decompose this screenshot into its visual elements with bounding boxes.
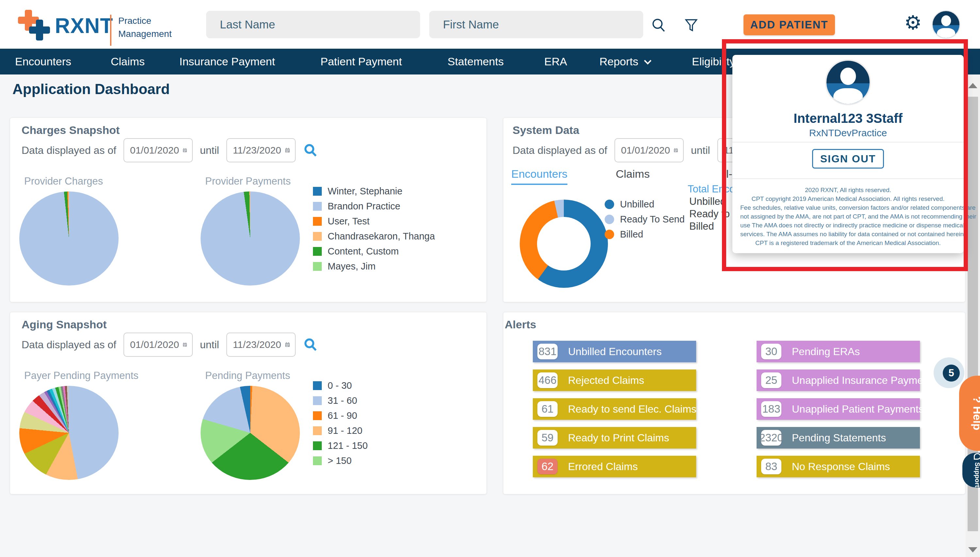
alert-label: Unbilled Encounters (568, 345, 661, 358)
calendar-icon (673, 146, 679, 155)
tab-claims[interactable]: Claims (616, 168, 650, 180)
nav-item-insurance-payment[interactable]: Insurance Payment (179, 49, 275, 75)
totals-row-billed: Billed (689, 220, 714, 232)
legend-swatch (605, 230, 614, 239)
legend-item: 61 - 90 (313, 410, 368, 421)
until-label: until (200, 144, 219, 156)
until-label: until (691, 144, 710, 156)
alert-label: Ready to send Elec. Claims (568, 403, 697, 415)
alert-label: No Response Claims (792, 461, 890, 473)
alerts-right-column: 30Pending ERAs25Unapplied Insurance Paym… (757, 341, 920, 484)
fine-print-line: Fee schedules, relative value units, con… (740, 203, 956, 212)
alert-label: Unapplied Patient Payments (792, 403, 924, 415)
tab-encounters[interactable]: Encounters (511, 168, 567, 185)
nav-item-patient-payment[interactable]: Patient Payment (321, 49, 402, 75)
pending-payments-pie (200, 386, 300, 480)
alert-bar-pending-statements[interactable]: 2320Pending Statements (757, 427, 920, 448)
alert-bar-no-response-claims[interactable]: 83No Response Claims (757, 456, 920, 477)
alert-bar-unbilled-encounters[interactable]: 831Unbilled Encounters (533, 341, 696, 362)
help-tab[interactable]: ? Help (959, 376, 980, 451)
provider-charges-subtitle: Provider Charges (24, 176, 103, 187)
alert-bar-ready-to-print-claims[interactable]: 59Ready to Print Claims (533, 427, 696, 448)
system-data-title: System Data (513, 124, 579, 137)
scroll-down-arrow[interactable] (968, 547, 977, 552)
chevron-down-icon (644, 57, 652, 64)
date-from-input[interactable]: 01/01/2020 (124, 332, 193, 357)
payer-pending-pie (19, 386, 119, 480)
add-patient-button[interactable]: ADD PATIENT (744, 15, 835, 35)
user-name: Internal123 3Staff (733, 111, 964, 126)
legend-swatch (313, 396, 322, 405)
legend-item: Mayes, Jim (313, 261, 435, 272)
legend-item: Brandon Practice (313, 201, 435, 212)
search-icon[interactable] (651, 17, 667, 33)
user-avatar-large (825, 59, 871, 105)
nav-item-statements[interactable]: Statements (448, 49, 504, 75)
legend-label: Content, Custom (328, 246, 399, 257)
legend-swatch (313, 202, 322, 211)
legend-item: 31 - 60 (313, 395, 368, 406)
provider-payments-pie (200, 191, 300, 285)
nav-item-reports[interactable]: Reports (599, 49, 650, 75)
charges-snapshot-title: Charges Snapshot (21, 124, 120, 137)
alert-bar-rejected-claims[interactable]: 466Rejected Claims (533, 370, 696, 391)
legend-label: Mayes, Jim (328, 261, 376, 272)
legend-swatch (313, 232, 322, 241)
donut-hole (537, 217, 591, 270)
alert-count-badge: 2320 (761, 430, 781, 446)
alert-bar-unapplied-patient-payments[interactable]: 183Unapplied Patient Payments (757, 398, 920, 420)
last-name-input[interactable]: Last Name (206, 11, 420, 38)
filter-icon[interactable] (684, 18, 698, 33)
user-avatar[interactable] (932, 10, 960, 39)
provider-payments-subtitle: Provider Payments (205, 176, 291, 187)
fine-print-line: 2020 RXNT, All rights reserved. (740, 186, 956, 194)
legend-label: Winter, Stephanie (328, 186, 402, 197)
support-tab[interactable]: Support (962, 453, 980, 487)
legend-item: 121 - 150 (313, 440, 368, 451)
calendar-icon (182, 146, 187, 155)
scroll-up-arrow[interactable] (968, 83, 977, 88)
legend-swatch (313, 217, 322, 226)
nav-item-era[interactable]: ERA (544, 49, 567, 75)
legend-swatch (605, 200, 614, 209)
gear-icon[interactable]: ⚙ (904, 7, 922, 39)
logo-divider (110, 15, 111, 46)
alert-bar-pending-eras[interactable]: 30Pending ERAs (757, 341, 920, 362)
search-submit-icon[interactable] (303, 142, 319, 158)
nav-item-eligibility[interactable]: Eligibility (692, 49, 735, 75)
charges-snapshot-card: Charges Snapshot Data displayed as of 01… (10, 117, 487, 302)
date-from-input[interactable]: 01/01/2020 (124, 138, 193, 162)
sign-out-button[interactable]: SIGN OUT (812, 149, 884, 169)
alert-count-badge: 30 (761, 344, 781, 359)
date-to-input[interactable]: 11/23/2020 (226, 138, 296, 162)
top-header: RXNT Practice Management Last Name First… (0, 0, 980, 49)
legend-swatch (313, 247, 322, 256)
alert-count-badge: 25 (761, 373, 781, 388)
alert-label: Pending Statements (792, 432, 886, 444)
totals-row-unbilled: Unbilled (689, 196, 726, 207)
first-name-input[interactable]: First Name (429, 11, 643, 38)
divider (733, 178, 964, 179)
calendar-icon (285, 146, 290, 155)
alert-bar-errored-claims[interactable]: 62Errored Claims (533, 456, 696, 477)
legend-label: Chandrasekaron, Thanga (328, 231, 435, 242)
rxnt-logo-icon (18, 10, 50, 42)
search-submit-icon[interactable] (303, 337, 319, 352)
alert-bar-ready-to-send-elec-claims[interactable]: 61Ready to send Elec. Claims (533, 398, 696, 420)
logo-plus-navy (29, 20, 50, 41)
alert-label: Ready to Print Claims (568, 432, 669, 444)
nav-item-encounters[interactable]: Encounters (15, 49, 71, 75)
legend-swatch (313, 187, 322, 196)
legend-swatch (313, 441, 322, 450)
encounters-legend: UnbilledReady To SendBilled (605, 199, 685, 244)
legend-item: 91 - 120 (313, 425, 368, 436)
alerts-card: Alerts 831Unbilled Encounters466Rejected… (503, 312, 965, 494)
alerts-title: Alerts (505, 318, 536, 331)
date-from-input[interactable]: 01/01/2020 (614, 138, 684, 162)
nav-item-claims[interactable]: Claims (111, 49, 145, 75)
legend-swatch (313, 262, 322, 271)
alert-bar-unapplied-insurance-payments[interactable]: 25Unapplied Insurance Payments (757, 370, 920, 391)
pending-payments-subtitle: Pending Payments (205, 370, 290, 381)
date-to-input[interactable]: 11/23/2020 (226, 332, 296, 357)
brand-name: RXNT (55, 14, 113, 38)
